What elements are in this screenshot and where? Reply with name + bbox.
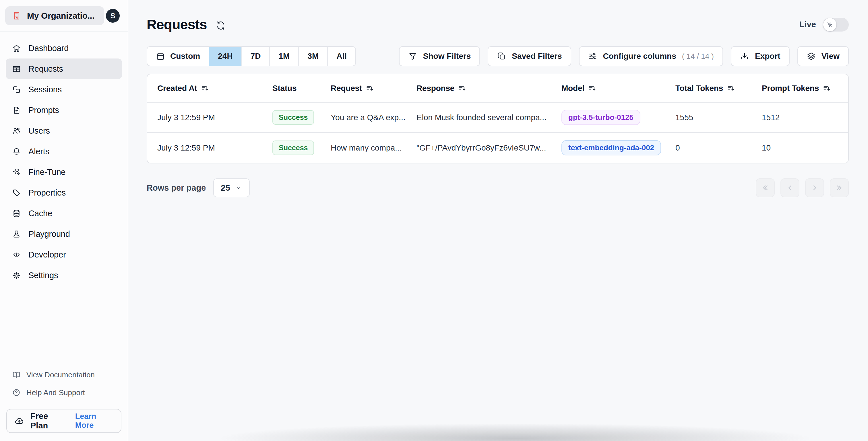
previous-page-button[interactable] <box>780 178 799 197</box>
toolbar-buttons: Show Filters Saved Filters Configure col… <box>399 46 849 66</box>
database-icon <box>12 209 21 218</box>
table-header-row: Created At Status Request Response Model… <box>147 74 848 103</box>
sidebar-footer: View Documentation Help And Support Free… <box>0 366 128 441</box>
status-badge: Success <box>272 140 314 155</box>
beaker-icon <box>12 230 21 239</box>
sliders-icon <box>588 52 597 61</box>
sidebar-nav: Dashboard Requests Sessions Prompts User… <box>0 36 128 288</box>
column-header-status[interactable]: Status <box>272 84 331 93</box>
help-support-link[interactable]: Help And Support <box>6 384 122 401</box>
cell-status: Success <box>272 110 331 125</box>
org-row: My Organizatio... S <box>0 0 128 31</box>
sidebar-item-cache[interactable]: Cache <box>6 203 122 224</box>
sidebar-item-properties[interactable]: Properties <box>6 182 122 203</box>
columns-count: ( 14 / 14 ) <box>682 52 714 61</box>
model-badge: gpt-3.5-turbo-0125 <box>561 110 640 125</box>
cell-prompt-tokens: 10 <box>762 143 848 152</box>
cell-total-tokens: 1555 <box>675 113 762 122</box>
column-header-created-at[interactable]: Created At <box>157 84 272 93</box>
sidebar-item-settings[interactable]: Settings <box>6 265 122 285</box>
first-page-button[interactable] <box>756 178 775 197</box>
divider <box>0 31 128 32</box>
bell-icon <box>12 147 21 156</box>
sort-icon <box>823 84 831 92</box>
book-icon <box>12 370 21 379</box>
time-range-3m[interactable]: 3M <box>299 47 328 66</box>
time-range-1m[interactable]: 1M <box>270 47 299 66</box>
sidebar-item-dashboard[interactable]: Dashboard <box>6 38 122 59</box>
funnel-icon <box>408 52 417 61</box>
sidebar-item-requests[interactable]: Requests <box>6 59 122 79</box>
home-icon <box>12 44 21 53</box>
sidebar-item-users[interactable]: Users <box>6 121 122 141</box>
status-badge: Success <box>272 110 314 125</box>
table-icon <box>12 65 21 73</box>
sort-icon <box>588 84 596 92</box>
column-header-request[interactable]: Request <box>331 84 416 93</box>
refresh-icon[interactable] <box>216 20 226 31</box>
sidebar-item-playground[interactable]: Playground <box>6 224 122 244</box>
sidebar-item-alerts[interactable]: Alerts <box>6 141 122 162</box>
toolbar: Custom 24H 7D 1M 3M All Show Filters Sav… <box>147 46 849 66</box>
table-row[interactable]: July 3 12:59 PM Success You are a Q&A ex… <box>147 103 848 133</box>
org-name: My Organizatio... <box>27 11 94 21</box>
sort-icon <box>201 84 209 92</box>
cell-response: Elon Musk founded several compa... <box>416 113 561 122</box>
sort-icon <box>458 84 466 92</box>
window-shadow <box>207 422 824 441</box>
sidebar-item-prompts[interactable]: Prompts <box>6 100 122 121</box>
page-buttons <box>756 178 849 197</box>
plan-banner[interactable]: Free Plan Learn More <box>6 409 121 433</box>
time-range-24h[interactable]: 24H <box>209 47 242 66</box>
export-button[interactable]: Export <box>731 46 789 66</box>
show-filters-button[interactable]: Show Filters <box>399 46 480 66</box>
layers-icon <box>807 52 816 61</box>
last-page-button[interactable] <box>830 178 849 197</box>
column-header-model[interactable]: Model <box>561 84 675 93</box>
time-range-all[interactable]: All <box>328 47 355 66</box>
download-icon <box>740 52 749 61</box>
page-title: Requests <box>147 16 207 32</box>
cell-prompt-tokens: 1512 <box>762 113 848 122</box>
time-range-7d[interactable]: 7D <box>242 47 270 66</box>
building-icon <box>12 11 21 20</box>
configure-columns-button[interactable]: Configure columns ( 14 / 14 ) <box>579 46 723 66</box>
squares-icon <box>12 85 21 94</box>
rows-per-page-select[interactable]: 25 <box>213 178 249 197</box>
rows-per-page-label: Rows per page <box>147 183 206 193</box>
saved-filters-button[interactable]: Saved Filters <box>488 46 571 66</box>
next-page-button[interactable] <box>805 178 824 197</box>
live-toggle[interactable] <box>823 18 849 32</box>
view-documentation-link[interactable]: View Documentation <box>6 366 122 384</box>
time-range-custom[interactable]: Custom <box>147 47 209 66</box>
gear-icon <box>12 271 21 280</box>
main-content: Requests Live Custom <box>128 0 868 441</box>
model-badge: text-embedding-ada-002 <box>561 140 661 156</box>
view-button[interactable]: View <box>797 46 849 66</box>
user-avatar[interactable]: S <box>106 9 120 23</box>
live-label: Live <box>799 20 816 29</box>
cell-created-at: July 3 12:59 PM <box>157 143 272 152</box>
calendar-icon <box>156 52 165 61</box>
users-icon <box>12 127 21 135</box>
chevron-down-icon <box>235 184 242 192</box>
tag-icon <box>12 189 21 197</box>
org-switcher[interactable]: My Organizatio... <box>5 6 104 25</box>
sidebar-item-developer[interactable]: Developer <box>6 244 122 265</box>
plan-label: Free Plan <box>30 411 65 430</box>
cell-request: How many compa... <box>331 143 416 152</box>
sparkles-icon <box>12 168 21 177</box>
cloud-upload-icon <box>14 416 24 426</box>
learn-more-link[interactable]: Learn More <box>75 412 113 430</box>
sidebar-item-fine-tune[interactable]: Fine-Tune <box>6 162 122 182</box>
cell-response: "GF+/PAvdYbyrrGo8yFz6vIeSU7w... <box>416 143 561 152</box>
column-header-total-tokens[interactable]: Total Tokens <box>675 84 762 93</box>
code-icon <box>12 250 21 259</box>
column-header-response[interactable]: Response <box>416 84 561 93</box>
sort-icon <box>366 84 374 92</box>
table-row[interactable]: July 3 12:59 PM Success How many compa..… <box>147 133 848 163</box>
sidebar-item-sessions[interactable]: Sessions <box>6 79 122 100</box>
sidebar: My Organizatio... S Dashboard Requests S… <box>0 0 128 441</box>
live-control: Live <box>799 18 849 32</box>
column-header-prompt-tokens[interactable]: Prompt Tokens <box>762 84 848 93</box>
